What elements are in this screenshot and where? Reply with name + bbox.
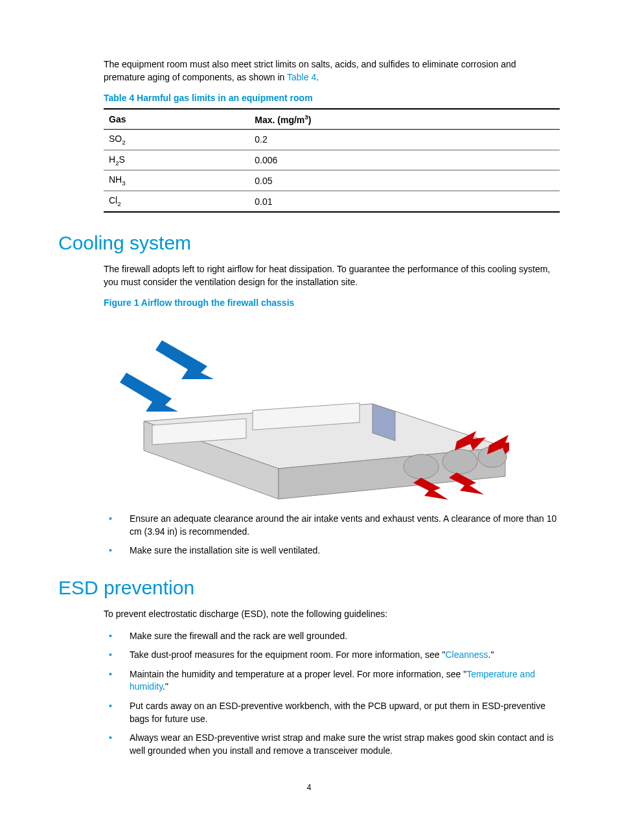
cleanness-link[interactable]: Cleanness [445,649,488,660]
document-page: The equipment room must also meet strict… [0,0,618,818]
table-row: Cl2 0.01 [104,191,560,212]
max-cell: 0.01 [249,191,560,212]
cooling-bullet-list: Ensure an adequate clearance around the … [104,513,560,557]
table-header-max: Max. (mg/m3) [249,109,560,129]
max-cell: 0.05 [249,170,560,191]
gas-cell: Cl2 [104,191,249,212]
svg-point-6 [404,454,439,479]
max-cell: 0.006 [249,150,560,170]
esd-bullet-list: Make sure the firewall and the rack are … [104,630,560,758]
gas-cell: H2S [104,150,249,170]
list-item: Make sure the installation site is well … [104,544,560,557]
intro-paragraph: The equipment room must also meet strict… [104,58,560,84]
gas-cell: NH3 [104,170,249,191]
table-4-crossref-link[interactable]: Table 4 [287,72,316,82]
cooling-paragraph: The firewall adopts left to right airflo… [104,263,560,288]
table-row: H2S 0.006 [104,150,560,170]
list-item: Maintain the humidity and temperature at… [104,668,560,694]
cooling-system-heading: Cooling system [58,232,560,254]
page-number: 4 [58,783,560,792]
figure-1-caption: Figure 1 Airflow through the firewall ch… [104,298,560,308]
table-row: NH3 0.05 [104,170,560,191]
table-row: SO2 0.2 [104,129,560,150]
list-item: Ensure an adequate clearance around the … [104,513,560,538]
esd-intro: To prevent electrostatic discharge (ESD)… [104,608,560,621]
list-item: Always wear an ESD-preventive wrist stra… [104,732,560,757]
firewall-airflow-icon [117,314,509,500]
max-cell: 0.2 [249,129,560,150]
gas-cell: SO2 [104,129,249,150]
table-4: Gas Max. (mg/m3) SO2 0.2 H2S 0.006 NH3 0… [104,108,560,213]
figure-1-airflow-diagram [117,314,509,500]
list-item: Take dust-proof measures for the equipme… [104,649,560,662]
table-header-row: Gas Max. (mg/m3) [104,109,560,129]
table-4-caption: Table 4 Harmful gas limits in an equipme… [104,93,560,103]
list-item: Make sure the firewall and the rack are … [104,630,560,643]
table-header-gas: Gas [104,109,249,129]
intro-text-post: . [316,72,319,82]
esd-prevention-heading: ESD prevention [58,577,560,599]
svg-marker-10 [120,373,178,412]
svg-point-7 [442,449,477,474]
svg-marker-9 [155,340,214,379]
list-item: Put cards away on an ESD-preventive work… [104,700,560,725]
